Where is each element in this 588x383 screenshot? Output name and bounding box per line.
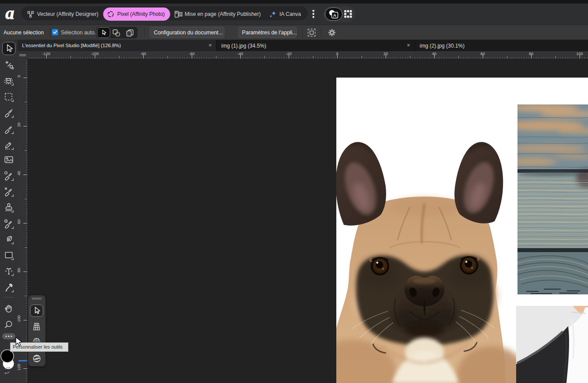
svg-text:A: A (333, 13, 336, 18)
svg-text:a: a (5, 6, 14, 22)
